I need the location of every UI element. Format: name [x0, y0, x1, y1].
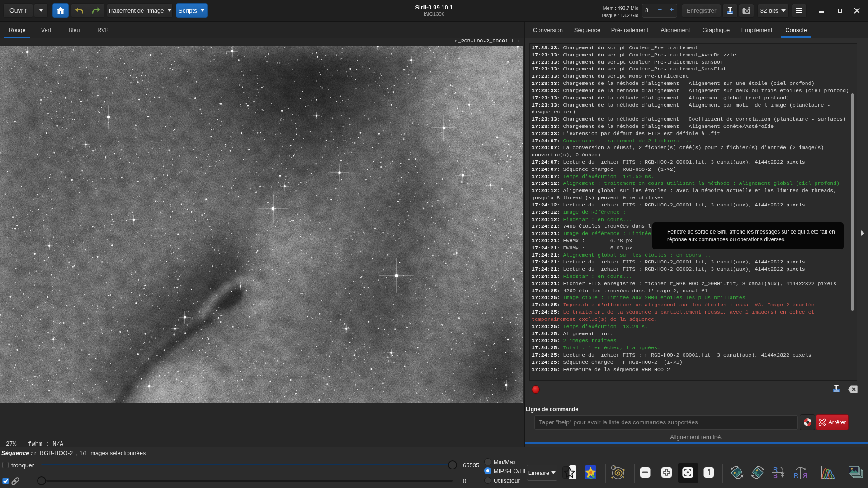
- svg-text:R: R: [773, 472, 778, 479]
- svg-text:R: R: [794, 472, 798, 479]
- svg-text:R: R: [803, 472, 807, 479]
- svg-text:R: R: [773, 466, 778, 473]
